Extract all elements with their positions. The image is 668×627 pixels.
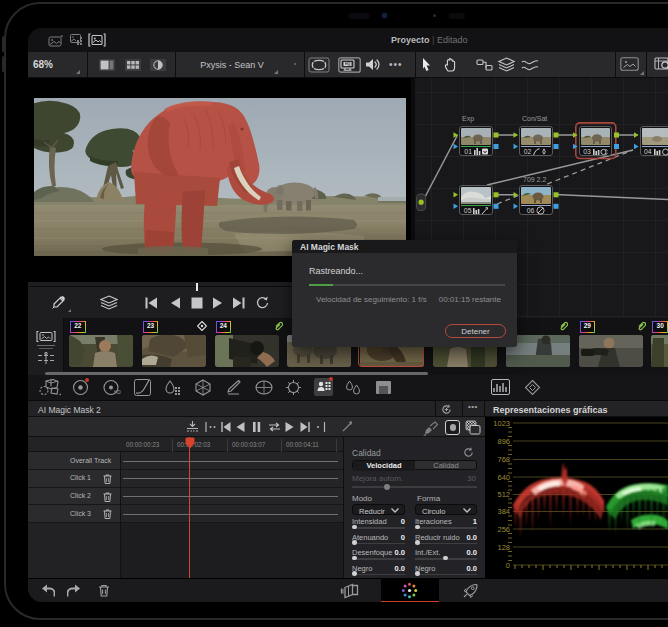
svg-text:1023: 1023 <box>493 419 510 428</box>
svg-text:640: 640 <box>497 473 510 482</box>
svg-text:512: 512 <box>497 490 510 499</box>
svg-text:0: 0 <box>506 561 510 570</box>
svg-text:128: 128 <box>497 543 510 552</box>
svg-text:896: 896 <box>497 437 510 446</box>
svg-text:256: 256 <box>497 525 510 534</box>
svg-text:HQ: HQ <box>345 62 350 66</box>
svg-text:HDR: HDR <box>114 390 121 395</box>
svg-text:768: 768 <box>497 455 510 464</box>
svg-text:384: 384 <box>497 507 510 516</box>
